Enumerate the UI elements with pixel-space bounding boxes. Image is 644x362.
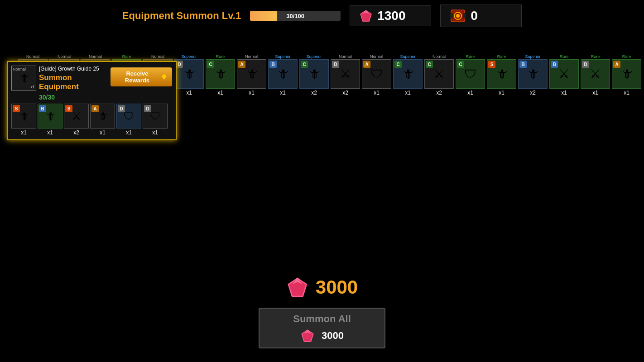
gem-count: 1300 xyxy=(377,9,405,23)
cost-area: 3000 xyxy=(286,276,358,299)
item-card: SuperiorC🗡x1 xyxy=(393,54,423,96)
ticket-container: 0 xyxy=(440,5,522,27)
receive-rewards-button[interactable]: Receive Rewards xyxy=(111,67,172,86)
item-card: SuperiorB🗡x2 xyxy=(518,54,548,96)
svg-rect-5 xyxy=(450,13,453,19)
svg-point-4 xyxy=(456,14,460,18)
guide-item: D🛡x1 xyxy=(143,104,168,136)
item-card: RareC🛡x1 xyxy=(456,54,485,96)
item-card: NormalC⚔x2 xyxy=(424,54,454,96)
item-card: RareD⚔x1 xyxy=(581,54,610,96)
guide-title: [Guide] Growth Guide 25 xyxy=(39,66,108,72)
item-card: RareA🗡x1 xyxy=(612,54,641,96)
svg-rect-6 xyxy=(463,13,466,19)
guide-item: S🗡x1 xyxy=(11,104,36,136)
item-card: RareB⚔x1 xyxy=(549,54,579,96)
xp-text: 30/100 xyxy=(286,13,304,19)
gem-icon xyxy=(359,9,373,23)
summon-cost-num: 3000 xyxy=(322,330,344,342)
item-card: NormalA🗡x1 xyxy=(237,54,266,96)
guide-popup: Normal 🗡 x1 [Guide] Growth Guide 25 Summ… xyxy=(7,61,177,140)
xp-bar-fill xyxy=(250,11,277,21)
xp-bar: 30/100 xyxy=(250,11,341,21)
guide-item: S⚔x2 xyxy=(64,104,89,136)
guide-item: A🗡x1 xyxy=(90,104,115,136)
item-card: RareC🗡x1 xyxy=(206,54,235,96)
item-card: SuperiorD🗡x1 xyxy=(174,54,204,96)
summon-gem-icon xyxy=(300,329,315,343)
guide-item: B🗡x1 xyxy=(38,104,62,136)
item-card: SuperiorC🗡x2 xyxy=(299,54,329,96)
item-card: SuperiorB🗡x1 xyxy=(268,54,298,96)
item-card: NormalA🛡x1 xyxy=(362,54,391,96)
item-card: NormalD⚔x2 xyxy=(331,54,360,96)
svg-marker-7 xyxy=(162,74,167,80)
gem-container: 1300 xyxy=(350,5,431,26)
header: Equipment Summon Lv.1 30/100 1300 0 xyxy=(0,0,644,32)
ticket-icon xyxy=(450,8,466,24)
guide-items-row: S🗡x1B🗡x1S⚔x2A🗡x1D🛡x1D🛡x1 xyxy=(11,104,172,136)
ticket-count: 0 xyxy=(471,9,478,23)
guide-progress: 30/30 xyxy=(39,94,108,101)
summon-all-button[interactable]: Summon All 3000 xyxy=(259,308,385,348)
summon-all-label: Summon All xyxy=(264,313,380,325)
receive-rewards-label: Receive Rewards xyxy=(115,70,159,84)
cost-gem-count: 3000 xyxy=(316,276,358,298)
guide-item: D🛡x1 xyxy=(116,104,141,136)
summon-cost-row: 3000 xyxy=(264,329,380,343)
item-card: RareS🗡x1 xyxy=(487,54,516,96)
cost-gem-icon xyxy=(286,276,309,299)
summon-title: Equipment Summon Lv.1 xyxy=(122,10,241,22)
guide-name: Summon Equipment xyxy=(39,73,108,91)
diamond-icon xyxy=(161,73,168,81)
